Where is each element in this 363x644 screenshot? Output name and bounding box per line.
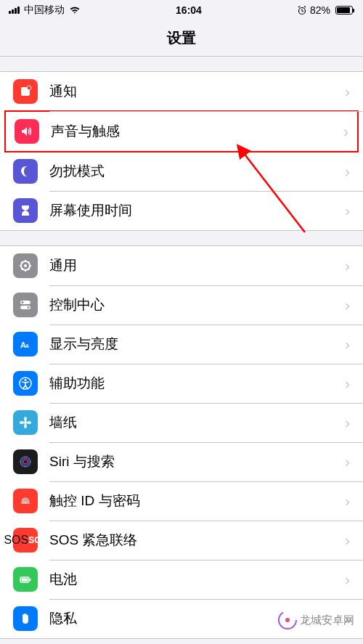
svg-point-2	[27, 86, 31, 90]
chevron-icon: ›	[345, 571, 350, 588]
battery-row-icon	[13, 567, 38, 592]
svg-rect-22	[30, 579, 31, 581]
toggle-icon	[13, 293, 38, 317]
chevron-icon: ›	[345, 493, 350, 510]
chevron-icon: ›	[345, 454, 350, 470]
row-label: 触控 ID 与密码	[49, 492, 345, 510]
row-label: 控制中心	[49, 295, 345, 314]
row-notifications[interactable]: 通知 ›	[0, 72, 363, 111]
watermark-logo-icon	[278, 611, 297, 629]
battery-percent: 82%	[310, 4, 330, 16]
fingerprint-icon	[13, 489, 38, 513]
row-label: 声音与触感	[51, 122, 343, 141]
watermark-text: 龙城安卓网	[300, 614, 354, 627]
row-sounds[interactable]: 声音与触感 ›	[1, 112, 362, 151]
svg-point-8	[28, 306, 30, 309]
chevron-icon: ›	[343, 123, 348, 140]
status-time: 16:04	[176, 4, 202, 16]
svg-point-4	[24, 264, 27, 267]
sos-icon: SOS SOS	[13, 528, 38, 553]
row-touchid[interactable]: 触控 ID 与密码 ›	[0, 481, 363, 521]
row-label: Siri 与搜索	[49, 452, 345, 471]
row-label: 墙纸	[49, 413, 345, 432]
row-battery[interactable]: 电池 ›	[0, 560, 363, 599]
row-accessibility[interactable]: 辅助功能 ›	[0, 364, 363, 403]
chevron-icon: ›	[345, 336, 350, 353]
row-label: 显示与亮度	[49, 335, 345, 354]
battery-icon	[333, 6, 354, 15]
alarm-icon	[297, 5, 307, 15]
highlight-annotation: 声音与触感 ›	[4, 110, 359, 152]
row-label: 电池	[49, 570, 345, 589]
sound-icon	[15, 119, 39, 144]
row-dnd[interactable]: 勿扰模式 ›	[0, 152, 363, 191]
row-screentime[interactable]: 屏幕使用时间 ›	[0, 191, 363, 230]
signal-icon	[9, 7, 20, 14]
chevron-icon: ›	[345, 163, 350, 180]
svg-point-6	[22, 301, 24, 303]
row-sos[interactable]: SOS SOS SOS 紧急联络 ›	[0, 521, 363, 560]
row-control-center[interactable]: 控制中心 ›	[0, 285, 363, 325]
row-wallpaper[interactable]: 墙纸 ›	[0, 403, 363, 442]
row-label: 辅助功能	[49, 374, 345, 393]
svg-rect-23	[22, 579, 28, 582]
svg-point-12	[25, 379, 27, 381]
settings-section-2: 通用 › 控制中心 › AA 显示与亮度 › 辅助功能 › 墙纸 ›	[0, 245, 363, 639]
chevron-icon: ›	[345, 297, 350, 314]
row-label: 通用	[49, 256, 345, 275]
page-title: 设置	[167, 28, 196, 48]
svg-point-13	[24, 421, 27, 424]
row-display[interactable]: AA 显示与亮度 ›	[0, 325, 363, 364]
watermark: 龙城安卓网	[278, 611, 354, 629]
status-left: 中国移动	[9, 4, 81, 17]
chevron-icon: ›	[345, 83, 350, 100]
wifi-icon	[69, 6, 81, 15]
row-label: 屏幕使用时间	[49, 201, 345, 220]
row-siri[interactable]: Siri 与搜索 ›	[0, 442, 363, 481]
svg-text:A: A	[25, 343, 29, 349]
accessibility-icon	[13, 371, 38, 396]
carrier-label: 中国移动	[24, 4, 65, 17]
status-bar: 中国移动 16:04 82%	[0, 0, 363, 20]
svg-point-15	[24, 424, 27, 428]
svg-point-20	[23, 460, 28, 464]
chevron-icon: ›	[345, 532, 350, 549]
notification-icon	[13, 79, 38, 104]
row-general[interactable]: 通用 ›	[0, 246, 363, 285]
siri-icon	[13, 449, 38, 474]
chevron-icon: ›	[345, 415, 350, 431]
text-size-icon: AA	[13, 332, 38, 356]
svg-point-17	[27, 421, 31, 424]
chevron-icon: ›	[345, 203, 350, 219]
flower-icon	[13, 410, 38, 435]
row-label: 勿扰模式	[49, 162, 345, 181]
row-label: 通知	[49, 82, 345, 101]
svg-point-27	[285, 618, 290, 622]
svg-point-14	[24, 417, 27, 421]
chevron-icon: ›	[345, 258, 350, 274]
status-right: 82%	[297, 4, 354, 16]
nav-header: 设置	[0, 20, 363, 57]
hourglass-icon	[13, 198, 38, 223]
settings-section-1: 通知 › 声音与触感 › 勿扰模式 › 屏幕使用时间 ›	[0, 71, 363, 231]
svg-point-16	[20, 421, 24, 424]
moon-icon	[13, 159, 38, 184]
chevron-icon: ›	[345, 375, 350, 392]
gear-icon	[13, 253, 38, 278]
hand-icon	[13, 606, 38, 631]
row-label: SOS 紧急联络	[49, 531, 345, 550]
